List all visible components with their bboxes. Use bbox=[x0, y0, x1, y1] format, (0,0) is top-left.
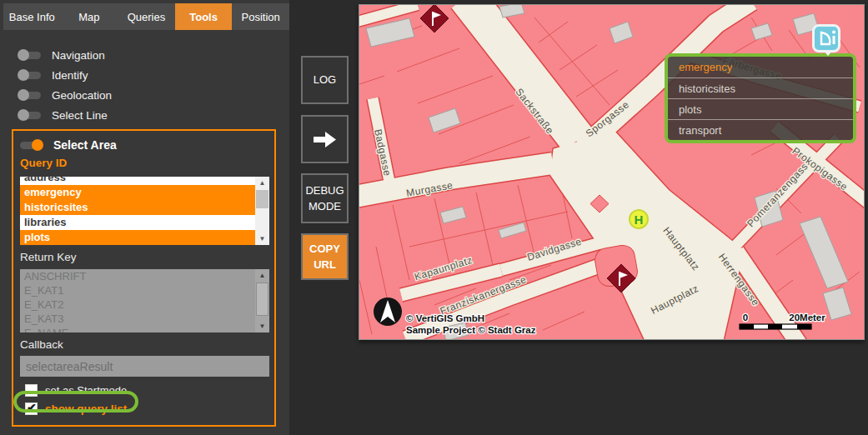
di-glyph-icon bbox=[815, 27, 838, 50]
callback-input[interactable] bbox=[20, 356, 269, 377]
checkbox-label: set as Startmode bbox=[45, 384, 127, 397]
checkbox-icon[interactable] bbox=[25, 384, 38, 397]
tools-panel: Base Info Map Queries Tools Position Nav… bbox=[0, 0, 289, 435]
scale-end-label: 20Meter bbox=[789, 312, 825, 322]
return-key-label: Return Key bbox=[20, 251, 77, 263]
overlay-query-item[interactable]: plots bbox=[668, 98, 853, 119]
right-arrow-icon bbox=[314, 132, 336, 148]
toggle-switch-icon[interactable] bbox=[18, 92, 41, 99]
scroll-thumb[interactable] bbox=[256, 282, 268, 316]
return-option: ANSCHRIFT bbox=[20, 269, 255, 283]
debug-mode-button[interactable]: DEBUG MODE bbox=[301, 173, 349, 223]
query-option[interactable]: plots bbox=[20, 230, 255, 245]
tab-bar: Base Info Map Queries Tools Position bbox=[3, 3, 289, 30]
toggle-select-area[interactable]: Select Area bbox=[20, 138, 117, 152]
toggle-label: Geolocation bbox=[52, 89, 112, 102]
show-query-list-checkbox-row[interactable]: show query list bbox=[25, 402, 127, 415]
map-query-list-overlay: emergency historicsites plots transport bbox=[665, 53, 856, 143]
map-logo-icon[interactable] bbox=[812, 24, 840, 52]
select-area-title: Select Area bbox=[53, 138, 117, 152]
toggle-label: Identify bbox=[52, 69, 88, 82]
toggle-switch-icon[interactable] bbox=[18, 112, 41, 119]
query-id-label: Query ID bbox=[20, 157, 67, 169]
toggle-select-line[interactable]: Select Line bbox=[18, 108, 108, 122]
tab-base-info[interactable]: Base Info bbox=[3, 3, 61, 30]
tab-position[interactable]: Position bbox=[232, 3, 289, 30]
select-area-group: Select Area Query ID address emergency h… bbox=[12, 129, 276, 427]
query-option[interactable]: emergency bbox=[20, 185, 255, 200]
bus-stop-marker[interactable]: H bbox=[630, 210, 648, 228]
tab-tools[interactable]: Tools bbox=[175, 3, 233, 30]
overlay-query-item[interactable]: emergency bbox=[668, 57, 853, 78]
return-key-listbox[interactable]: ANSCHRIFT E_KAT1 E_KAT2 E_KAT3 E_NAME ▲ … bbox=[20, 269, 269, 332]
checkbox-label: show query list bbox=[45, 402, 127, 415]
return-option: E_KAT2 bbox=[20, 298, 255, 312]
startmode-checkbox-row[interactable]: set as Startmode bbox=[25, 383, 127, 397]
return-option: E_KAT3 bbox=[20, 312, 255, 326]
scroll-thumb[interactable] bbox=[256, 190, 268, 208]
toggle-switch-on-icon[interactable] bbox=[20, 142, 43, 149]
tab-queries[interactable]: Queries bbox=[118, 3, 175, 30]
toggle-switch-icon[interactable] bbox=[18, 72, 41, 79]
scroll-down-icon[interactable]: ▼ bbox=[255, 320, 269, 332]
tab-map[interactable]: Map bbox=[61, 3, 118, 30]
query-option[interactable]: libraries bbox=[20, 215, 255, 230]
overlay-query-item[interactable]: historicsites bbox=[668, 78, 853, 98]
map-canvas[interactable]: Färbergasse Sackstraße Sporgasse Badgass… bbox=[359, 4, 865, 340]
overlay-query-item[interactable]: transport bbox=[668, 119, 853, 140]
map-attribution-line2: Sample Project © Stadt Graz bbox=[406, 325, 536, 335]
query-option[interactable]: historicsites bbox=[20, 200, 255, 215]
query-id-listbox[interactable]: address emergency historicsites librarie… bbox=[20, 177, 269, 245]
map-attribution-line1: © VertiGIS GmbH bbox=[406, 313, 484, 323]
checkbox-icon[interactable] bbox=[25, 402, 38, 415]
callback-label: Callback bbox=[20, 338, 63, 351]
toggle-navigation[interactable]: Navigation bbox=[18, 48, 105, 62]
scrollbar[interactable]: ▲ ▼ bbox=[255, 177, 269, 245]
run-arrow-button[interactable] bbox=[301, 115, 349, 163]
scale-start-label: 0 bbox=[743, 312, 748, 322]
return-option: E_KAT1 bbox=[20, 283, 255, 298]
toggle-label: Navigation bbox=[52, 49, 105, 62]
bus-stop-label: H bbox=[635, 212, 644, 227]
log-button[interactable]: LOG bbox=[301, 56, 349, 104]
scroll-up-icon[interactable]: ▲ bbox=[255, 269, 269, 282]
scrollbar[interactable]: ▲ ▼ bbox=[255, 269, 269, 332]
return-option: E_NAME bbox=[20, 326, 255, 332]
query-option[interactable]: address bbox=[20, 177, 255, 185]
toggle-geolocation[interactable]: Geolocation bbox=[18, 88, 112, 102]
toggle-identify[interactable]: Identify bbox=[18, 68, 88, 82]
toggle-label: Select Line bbox=[52, 109, 108, 122]
north-arrow-icon bbox=[374, 298, 402, 326]
scroll-down-icon[interactable]: ▼ bbox=[255, 232, 269, 245]
toggle-switch-icon[interactable] bbox=[18, 52, 41, 59]
scroll-up-icon[interactable]: ▲ bbox=[255, 177, 269, 189]
copy-url-button[interactable]: COPY URL bbox=[301, 233, 349, 280]
